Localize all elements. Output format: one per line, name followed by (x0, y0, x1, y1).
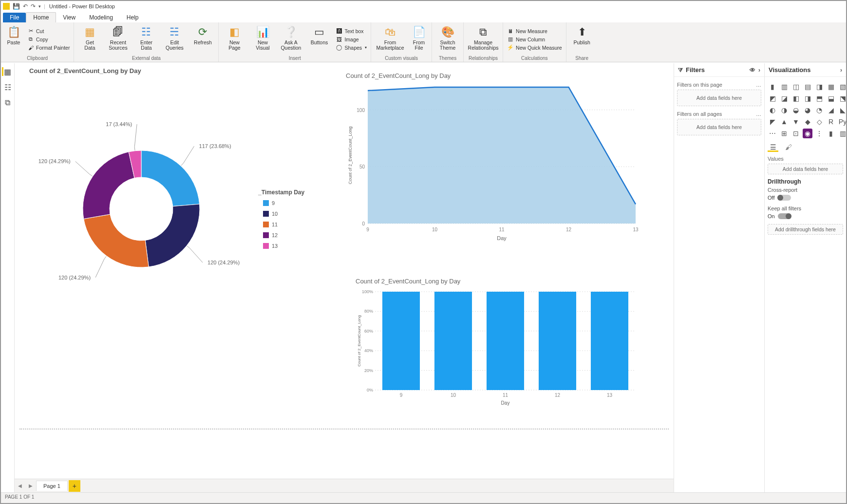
page-prev-button[interactable]: ◀ (15, 481, 25, 491)
viz-type-icon[interactable]: ◣ (838, 105, 847, 115)
buttons-button[interactable]: ▭Buttons (305, 24, 333, 55)
svg-text:9: 9 (272, 200, 275, 206)
qat-dropdown-icon[interactable]: ▾ (38, 4, 41, 9)
collapse-icon[interactable]: › (758, 67, 760, 74)
area-chart-visual[interactable]: Count of 2_EventCount_Long by Day 050100… (346, 72, 643, 252)
tab-help[interactable]: Help (120, 13, 146, 22)
image-button[interactable]: 🖼Image (336, 36, 367, 43)
viz-type-icon[interactable]: ◨ (803, 93, 812, 103)
buttons-icon: ▭ (312, 25, 326, 39)
viz-type-icon[interactable]: ▥ (779, 82, 789, 92)
publish-button[interactable]: ⬆Publish (568, 24, 596, 55)
report-view-icon[interactable]: ▦ (2, 67, 11, 76)
viz-type-icon[interactable]: ◫ (791, 82, 801, 92)
viz-type-icon[interactable]: ◒ (791, 105, 801, 115)
viz-type-icon[interactable]: R (826, 117, 836, 127)
view-icon[interactable]: 👁 (750, 67, 755, 74)
viz-type-icon[interactable]: ▲ (779, 117, 789, 127)
area-chart: 050100910111213DayCount of 2_EventCount_… (346, 82, 643, 248)
edit-queries-button[interactable]: ☵Edit Queries (161, 24, 188, 55)
viz-type-icon[interactable]: ◕ (803, 105, 812, 115)
tab-home[interactable]: Home (26, 12, 56, 22)
viz-type-icon[interactable]: ▤ (803, 82, 812, 92)
svg-text:117 (23.68%): 117 (23.68%) (199, 143, 231, 149)
textbox-icon: 🅰 (336, 28, 342, 35)
values-dropwell[interactable]: Add data fields here (768, 164, 843, 174)
viz-type-icon[interactable]: ▧ (838, 82, 847, 92)
manage-relationships-button[interactable]: ⧉Manage Relationships (466, 24, 501, 55)
undo-icon[interactable]: ↶ (23, 3, 28, 10)
viz-type-icon[interactable]: ⊞ (779, 129, 789, 138)
new-column-button[interactable]: ▥New Column (507, 36, 562, 43)
donut-chart-visual[interactable]: Count of 2_EventCount_Long by Day 117 (2… (29, 67, 331, 316)
cut-button[interactable]: ✂Cut (27, 28, 70, 35)
viz-type-icon[interactable]: ⬓ (826, 93, 836, 103)
new-quick-measure-button[interactable]: ⚡New Quick Measure (507, 44, 562, 51)
from-marketplace-button[interactable]: 🛍From Marketplace (373, 24, 407, 55)
drillthrough-dropwell[interactable]: Add drillthrough fields here (768, 224, 843, 235)
cut-icon: ✂ (27, 28, 34, 35)
redo-icon[interactable]: ↷ (31, 3, 36, 10)
paste-button[interactable]: 📋 Paste (3, 24, 24, 55)
viz-type-icon[interactable]: ⬒ (814, 93, 824, 103)
add-page-button[interactable]: + (69, 480, 80, 492)
format-tab[interactable]: 🖌 (783, 143, 794, 152)
viz-type-icon[interactable]: ⋯ (768, 129, 777, 138)
viz-type-icon[interactable]: ◪ (779, 93, 789, 103)
viz-type-icon[interactable]: ◔ (814, 105, 824, 115)
ask-question-button[interactable]: ❔Ask A Question (277, 24, 304, 55)
svg-text:11: 11 (499, 227, 505, 232)
bar-chart-visual[interactable]: Count of 2_EventCount_Long by Day 0%20%4… (356, 278, 643, 424)
textbox-button[interactable]: 🅰Text box (336, 28, 367, 35)
filters-all-dropwell[interactable]: Add data fields here (677, 119, 761, 135)
viz-type-icon[interactable]: ◧ (791, 93, 801, 103)
save-icon[interactable]: 💾 (13, 3, 20, 10)
page-tab-1[interactable]: Page 1 (36, 481, 68, 491)
tab-file[interactable]: File (3, 13, 26, 22)
more-icon[interactable]: … (756, 111, 761, 117)
viz-type-icon[interactable]: ▦ (826, 82, 836, 92)
new-visual-button[interactable]: 📊New Visual (249, 24, 276, 55)
report-canvas[interactable]: Count of 2_EventCount_Long by Day 117 (2… (15, 63, 674, 479)
tab-view[interactable]: View (56, 13, 82, 22)
get-data-button[interactable]: ▦Get Data (76, 24, 103, 55)
viz-type-icon[interactable]: ▼ (791, 117, 801, 127)
enter-data-button[interactable]: ☷Enter Data (132, 24, 160, 55)
viz-type-icon[interactable]: ⬔ (838, 93, 847, 103)
viz-type-icon[interactable]: ◨ (814, 82, 824, 92)
viz-type-icon[interactable]: ▥ (838, 129, 847, 138)
viz-type-icon[interactable]: Py (838, 117, 847, 127)
viz-type-icon[interactable]: ◑ (779, 105, 789, 115)
fields-tab[interactable]: ☰ (768, 143, 778, 152)
collapse-icon[interactable]: › (840, 67, 842, 74)
viz-type-icon[interactable]: ◢ (826, 105, 836, 115)
viz-type-icon[interactable]: ◉ (803, 129, 812, 138)
viz-type-icon[interactable]: ◇ (814, 117, 824, 127)
viz-type-icon[interactable]: ◆ (803, 117, 812, 127)
tab-modeling[interactable]: Modeling (82, 13, 120, 22)
viz-type-icon[interactable]: ◐ (768, 105, 777, 115)
copy-button[interactable]: ⧉Copy (27, 36, 70, 43)
data-view-icon[interactable]: ☷ (3, 83, 12, 92)
shapes-button[interactable]: ◯Shapes▾ (336, 44, 367, 51)
switch-theme-button[interactable]: 🎨Switch Theme (434, 24, 461, 55)
viz-type-icon[interactable]: ▮ (826, 129, 836, 138)
recent-sources-button[interactable]: 🗐Recent Sources (104, 24, 132, 55)
viz-type-icon[interactable]: ◤ (768, 117, 777, 127)
new-measure-button[interactable]: 🖩New Measure (507, 28, 562, 35)
more-icon[interactable]: … (756, 82, 761, 88)
viz-type-icon[interactable]: ⊡ (791, 129, 801, 138)
filters-page-dropwell[interactable]: Add data fields here (677, 90, 761, 106)
chart-title: Count of 2_EventCount_Long by Day (29, 67, 331, 75)
viz-type-icon[interactable]: ◩ (768, 93, 777, 103)
refresh-button[interactable]: ⟳Refresh (189, 24, 216, 55)
keep-filters-toggle[interactable]: On (768, 213, 843, 219)
format-painter-button[interactable]: 🖌Format Painter (27, 44, 70, 51)
model-view-icon[interactable]: ⧉ (3, 98, 12, 107)
viz-type-icon[interactable]: ⋮ (814, 129, 824, 138)
page-next-button[interactable]: ▶ (25, 481, 36, 491)
from-file-button[interactable]: 📄From File (408, 24, 430, 55)
cross-report-toggle[interactable]: Off (768, 195, 843, 201)
new-page-button[interactable]: ◧New Page (221, 24, 248, 55)
viz-type-icon[interactable]: ▮ (768, 82, 777, 92)
